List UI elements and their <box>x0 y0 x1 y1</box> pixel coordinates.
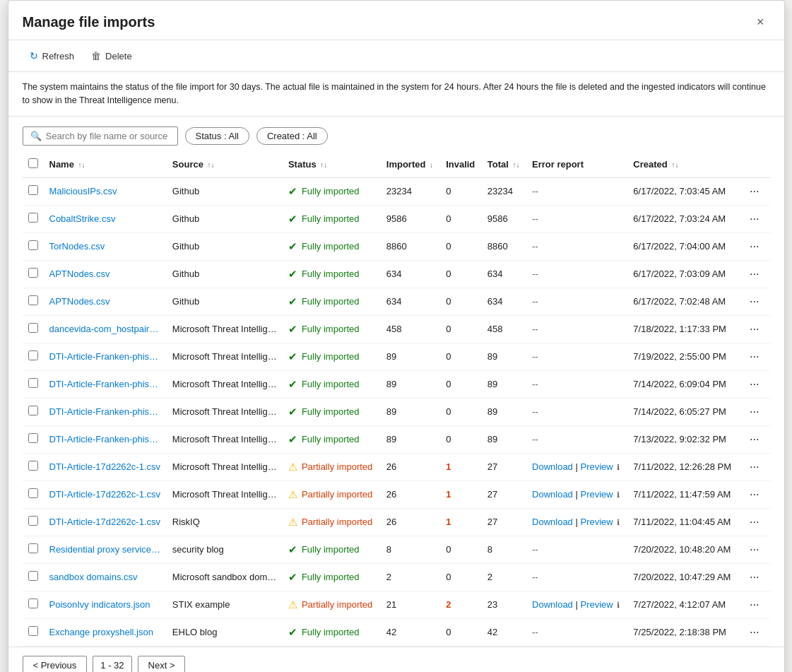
dialog-close-button[interactable]: × <box>751 12 770 33</box>
previous-button[interactable]: < Previous <box>23 656 88 673</box>
preview-link[interactable]: Preview <box>580 599 613 610</box>
refresh-button[interactable]: ↻ Refresh <box>23 46 82 66</box>
search-box[interactable]: 🔍 <box>23 126 178 146</box>
row-more-actions[interactable]: ··· <box>740 591 769 618</box>
created-filter-pill[interactable]: Created : All <box>256 127 328 145</box>
row-error-report[interactable]: Download | Preview ℹ <box>526 508 627 536</box>
preview-link[interactable]: Preview <box>580 489 613 500</box>
row-more-actions[interactable]: ··· <box>740 425 769 453</box>
row-name[interactable]: CobaltStrike.csv <box>44 205 167 232</box>
row-name[interactable]: DTI-Article-Franken-phish.csv <box>44 343 167 370</box>
row-checkbox-13[interactable] <box>28 543 38 553</box>
more-actions-button[interactable]: ··· <box>745 349 763 365</box>
more-actions-button[interactable]: ··· <box>745 377 763 392</box>
row-name[interactable]: DTI-Article-17d2262c-1.csv <box>44 508 167 536</box>
row-more-actions[interactable]: ··· <box>740 343 769 370</box>
row-error-report[interactable]: Download | Preview ℹ <box>526 453 627 481</box>
row-checkbox-16[interactable] <box>28 626 38 636</box>
row-checkbox-9[interactable] <box>28 433 38 443</box>
row-more-actions[interactable]: ··· <box>740 370 769 398</box>
row-more-actions[interactable]: ··· <box>740 453 769 481</box>
row-created: 7/14/2022, 6:05:27 PM <box>627 398 740 425</box>
row-name[interactable]: DTI-Article-Franken-phish.csv <box>44 398 167 425</box>
row-checkbox-8[interactable] <box>28 406 38 415</box>
row-checkbox-3[interactable] <box>28 268 38 278</box>
more-actions-button[interactable]: ··· <box>745 211 763 227</box>
row-more-actions[interactable]: ··· <box>740 563 769 591</box>
row-name[interactable]: APTNodes.csv <box>44 288 167 315</box>
status-column-header[interactable]: Status ↑↓ <box>283 151 381 178</box>
row-name[interactable]: sandbox domains.csv <box>44 563 167 591</box>
row-checkbox-11[interactable] <box>28 488 38 498</box>
row-more-actions[interactable]: ··· <box>740 232 769 260</box>
row-checkbox-1[interactable] <box>28 213 38 223</box>
more-actions-button[interactable]: ··· <box>745 294 763 310</box>
select-all-checkbox[interactable] <box>28 158 38 168</box>
more-actions-button[interactable]: ··· <box>745 184 763 199</box>
row-checkbox-2[interactable] <box>28 240 38 250</box>
row-more-actions[interactable]: ··· <box>740 536 769 563</box>
preview-link[interactable]: Preview <box>580 461 613 472</box>
row-name[interactable]: PoisonIvy indicators.json <box>44 591 167 618</box>
download-link[interactable]: Download <box>532 517 573 527</box>
more-actions-button[interactable]: ··· <box>745 404 763 420</box>
row-checkbox-15[interactable] <box>28 599 38 608</box>
row-checkbox-6[interactable] <box>28 350 38 360</box>
more-actions-button[interactable]: ··· <box>745 239 763 254</box>
total-column-header[interactable]: Total ↑↓ <box>482 151 526 178</box>
search-input[interactable] <box>46 131 170 141</box>
row-name[interactable]: DTI-Article-Franken-phish.csv <box>44 425 167 453</box>
row-checkbox-4[interactable] <box>28 295 38 305</box>
row-more-actions[interactable]: ··· <box>740 508 769 536</box>
next-button[interactable]: Next > <box>138 656 186 673</box>
status-filter-pill[interactable]: Status : All <box>185 127 249 145</box>
row-checkbox-12[interactable] <box>28 516 38 526</box>
more-actions-button[interactable]: ··· <box>745 625 763 640</box>
more-actions-button[interactable]: ··· <box>745 322 763 337</box>
source-column-header[interactable]: Source ↑↓ <box>167 151 283 178</box>
row-more-actions[interactable]: ··· <box>740 288 769 315</box>
more-actions-button[interactable]: ··· <box>745 542 763 558</box>
row-more-actions[interactable]: ··· <box>740 205 769 232</box>
row-checkbox-14[interactable] <box>28 571 38 581</box>
row-more-actions[interactable]: ··· <box>740 260 769 288</box>
row-checkbox-7[interactable] <box>28 378 38 388</box>
row-error-report[interactable]: Download | Preview ℹ <box>526 481 627 508</box>
row-name[interactable]: Residential proxy service 911.... <box>44 536 167 563</box>
row-name[interactable]: DTI-Article-17d2262c-1.csv <box>44 481 167 508</box>
download-link[interactable]: Download <box>532 599 573 610</box>
download-link[interactable]: Download <box>532 461 573 472</box>
more-actions-button[interactable]: ··· <box>745 570 763 585</box>
row-more-actions[interactable]: ··· <box>740 618 769 646</box>
row-name[interactable]: APTNodes.csv <box>44 260 167 288</box>
created-column-header[interactable]: Created ↑↓ <box>627 151 740 178</box>
row-checkbox-0[interactable] <box>28 185 38 195</box>
more-actions-button[interactable]: ··· <box>745 266 763 282</box>
row-more-actions[interactable]: ··· <box>740 398 769 425</box>
invalid-column-header[interactable]: Invalid <box>440 151 482 178</box>
row-more-actions[interactable]: ··· <box>740 177 769 205</box>
row-name[interactable]: TorNodes.csv <box>44 232 167 260</box>
row-checkbox-5[interactable] <box>28 323 38 333</box>
name-column-header[interactable]: Name ↑↓ <box>44 151 167 178</box>
row-name[interactable]: DTI-Article-17d2262c-1.csv <box>44 453 167 481</box>
more-actions-button[interactable]: ··· <box>745 487 763 502</box>
delete-button[interactable]: 🗑 Delete <box>84 46 139 66</box>
row-more-actions[interactable]: ··· <box>740 481 769 508</box>
row-name[interactable]: dancevida-com_hostpair_sen... <box>44 315 167 343</box>
row-status: ✔Fully imported <box>283 398 381 425</box>
imported-column-header[interactable]: Imported ↓ <box>381 151 440 178</box>
row-name[interactable]: MaliciousIPs.csv <box>44 177 167 205</box>
preview-link[interactable]: Preview <box>580 517 613 527</box>
more-actions-button[interactable]: ··· <box>745 597 763 613</box>
download-link[interactable]: Download <box>532 489 573 500</box>
more-actions-button[interactable]: ··· <box>745 514 763 530</box>
more-actions-button[interactable]: ··· <box>745 459 763 475</box>
row-more-actions[interactable]: ··· <box>740 315 769 343</box>
row-name[interactable]: Exchange proxyshell.json <box>44 618 167 646</box>
more-actions-button[interactable]: ··· <box>745 432 763 447</box>
select-all-header[interactable] <box>23 151 44 178</box>
row-name[interactable]: DTI-Article-Franken-phish.csv <box>44 370 167 398</box>
row-error-report[interactable]: Download | Preview ℹ <box>526 591 627 618</box>
row-checkbox-10[interactable] <box>28 461 38 471</box>
